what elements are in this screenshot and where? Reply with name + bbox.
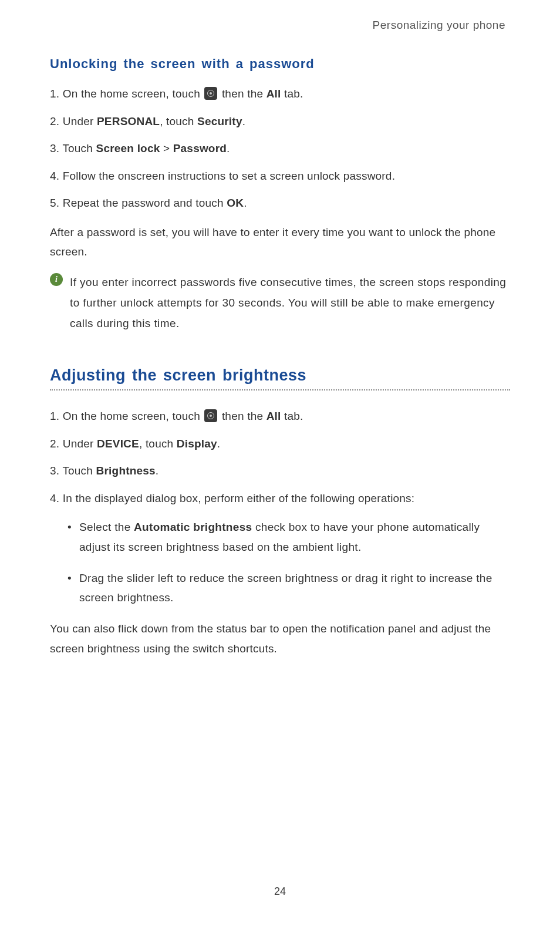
step-text: In the displayed dialog box, perform eit… [63,492,415,504]
step-5: 5. Repeat the password and touch OK. [50,195,510,212]
note-block: i If you enter incorrect passwords five … [50,272,510,334]
paragraph-after-2: You can also flick down from the status … [50,619,510,658]
step-number: 1. [50,410,59,422]
step-text: Repeat the password and touch [63,197,227,209]
step-number: 4. [50,170,59,182]
info-icon: i [50,273,63,286]
step-text: tab. [281,87,303,100]
step-text: . [217,437,220,450]
step-text: tab. [281,410,303,422]
step-number: 5. [50,197,59,209]
step-text: On the home screen, touch [63,87,204,100]
settings-icon [204,409,217,422]
step-4b: 4. In the displayed dialog box, perform … [50,490,510,507]
step-1b: 1. On the home screen, touch then the Al… [50,408,510,425]
bold-text: Security [197,115,242,127]
bullet-list: Select the Automatic brightness check bo… [50,517,510,607]
bold-text: Screen lock [96,142,160,154]
step-2: 2. Under PERSONAL, touch Security. [50,113,510,130]
step-3b: 3. Touch Brightness. [50,463,510,480]
step-text: Touch [62,464,96,477]
list-item: Drag the slider left to reduce the scree… [68,568,510,608]
bold-text: Automatic brightness [134,521,252,533]
section-heading-brightness: Adjusting the screen brightness [50,366,510,385]
step-number: 2. [50,437,59,450]
step-1: 1. On the home screen, touch then the Al… [50,86,510,103]
bold-text: PERSONAL [97,115,160,127]
bold-text: DEVICE [97,437,139,450]
sub-heading-unlocking: Unlocking the screen with a password [50,56,510,72]
bullet-text: Drag the slider left to reduce the scree… [79,572,492,604]
step-text: . [156,464,158,477]
step-text: Under [63,115,97,127]
dotted-divider [50,389,510,390]
step-3: 3. Touch Screen lock > Password. [50,140,510,157]
step-text: Follow the onscreen instructions to set … [63,170,395,182]
step-2b: 2. Under DEVICE, touch Display. [50,436,510,453]
bold-text: Display [177,437,217,450]
bold-text: Brightness [96,464,156,477]
step-number: 3. [50,464,59,477]
bold-text: All [266,87,281,100]
step-text: Under [63,437,97,450]
step-text: On the home screen, touch [63,410,204,422]
bold-text: OK [227,197,244,209]
step-text: then the [222,410,266,422]
settings-icon [204,87,217,100]
bullet-text: Select the [79,521,134,533]
step-number: 2. [50,115,59,127]
step-number: 4. [50,492,59,504]
step-text: Touch [62,142,96,154]
step-text: , touch [139,437,177,450]
note-text: If you enter incorrect passwords five co… [70,272,510,334]
page-content: Personalizing your phone Unlocking the s… [0,0,560,658]
bold-text: Password [173,142,227,154]
step-text: . [227,142,230,154]
paragraph-after: After a password is set, you will have t… [50,223,510,262]
step-text: . [242,115,245,127]
step-number: 1. [50,87,59,100]
list-item: Select the Automatic brightness check bo… [68,517,510,557]
step-text: . [244,197,247,209]
step-text: , touch [160,115,197,127]
step-text: > [160,142,173,154]
bold-text: All [266,410,281,422]
step-number: 3. [50,142,59,154]
step-4: 4. Follow the onscreen instructions to s… [50,168,510,185]
page-number: 24 [0,885,560,898]
page-header: Personalizing your phone [50,19,510,32]
step-text: then the [222,87,266,100]
